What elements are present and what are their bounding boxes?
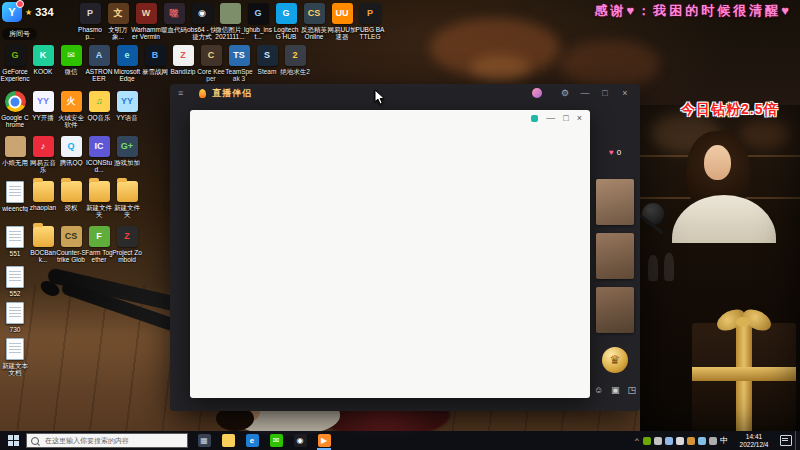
desktop-icon[interactable]: G Logitech G HUB — [272, 3, 300, 40]
panel-tool-icon[interactable]: ▣ — [611, 385, 620, 395]
desktop-icon[interactable]: 新建文本文档 — [1, 338, 29, 376]
desktop-icon[interactable]: 小娘无用 — [1, 136, 29, 173]
tray-icon[interactable] — [709, 437, 717, 445]
webcam-vignette — [640, 105, 800, 431]
desktop-icon[interactable]: G lghub_inst... — [244, 3, 272, 40]
taskbar-app-button[interactable]: ◉ — [290, 431, 310, 450]
tray-icon[interactable] — [687, 437, 695, 445]
desktop-icon[interactable]: Z Bandizip — [169, 45, 197, 82]
desktop-icon[interactable]: ♪ 网易云音乐 — [29, 136, 57, 173]
desktop-icon[interactable]: BOCBank... — [29, 226, 57, 263]
tray-icon[interactable] — [654, 437, 662, 445]
desktop-icon[interactable]: 730 — [1, 302, 29, 333]
desktop-icon-label: Logitech G HUB — [271, 26, 301, 40]
desktop-icon[interactable]: 552 — [1, 266, 29, 297]
taskbar-clock[interactable]: 14:41 2022/12/4 — [731, 433, 777, 448]
desktop-icon[interactable]: 微信图片_2021111... — [216, 3, 244, 40]
desktop-icon[interactable]: 授权 — [57, 181, 85, 218]
desktop-icon[interactable]: K KOOK — [29, 45, 57, 82]
desktop-icon[interactable]: e Microsoft Edge — [113, 45, 141, 82]
photo-thumbnail[interactable] — [596, 179, 634, 225]
streaming-companion-window: ≡ 直播伴侣 ⚙ — □ × — □ × ♥ 0 — [170, 84, 640, 411]
desktop-icon[interactable]: CS 反恐精英Online — [300, 3, 328, 40]
desktop-icon[interactable]: Google Chrome — [1, 91, 29, 128]
desktop-icon[interactable]: P Phasmop... — [76, 3, 104, 40]
desktop-icon[interactable]: 新建文件夹 — [85, 181, 113, 218]
close-button[interactable]: × — [618, 84, 632, 102]
desktop-icon[interactable]: S Steam — [253, 45, 281, 82]
desktop-icon[interactable]: G+ 游戏加加 — [113, 136, 141, 173]
photo-thumbnail[interactable] — [596, 287, 634, 333]
desktop-icon[interactable]: 551 — [1, 226, 29, 263]
desktop-icon-glyph: G — [254, 9, 261, 18]
desktop-icon[interactable]: 噬 噬血代码 — [160, 3, 188, 40]
desktop-icon[interactable]: ✉ 微信 — [57, 45, 85, 82]
show-desktop-button[interactable] — [795, 431, 800, 450]
app-title: 直播伴侣 — [212, 87, 252, 100]
desktop-icon[interactable]: A ASTRONEER — [85, 45, 113, 82]
desktop-icon[interactable]: W Warhammer Vermint... — [132, 3, 160, 40]
desktop-icon-label: 授权 — [56, 204, 86, 211]
start-button[interactable] — [0, 431, 26, 450]
panel-tool-icon[interactable]: ◳ — [628, 385, 637, 395]
maximize-button[interactable]: □ — [598, 84, 612, 102]
tray-icon[interactable] — [643, 437, 651, 445]
desktop-icon-image: ◉ — [192, 3, 213, 24]
dialog-maximize-button[interactable]: □ — [563, 114, 568, 123]
taskbar-app-button[interactable]: ▦ — [194, 431, 214, 450]
desktop-icon[interactable]: 文 文明万象... — [104, 3, 132, 40]
desktop-icon[interactable]: YY YY语音 — [113, 91, 141, 128]
desktop-icon[interactable]: zhaopian — [29, 181, 57, 218]
desktop-icon[interactable]: IC ICONStud... — [85, 136, 113, 173]
dialog-close-button[interactable]: × — [577, 114, 582, 123]
tray-icon[interactable] — [665, 437, 673, 445]
desktop-icon[interactable]: TS TeamSpeak 3 — [225, 45, 253, 82]
desktop-icon[interactable]: ♫ QQ音乐 — [85, 91, 113, 128]
clock-date: 2022/12/4 — [731, 441, 777, 449]
desktop-icon[interactable]: C Core Keeper — [197, 45, 225, 82]
taskbar-app-button[interactable]: ✉ — [266, 431, 286, 450]
taskbar-app-button[interactable]: e — [242, 431, 262, 450]
settings-icon[interactable]: ⚙ — [558, 84, 572, 102]
desktop-icon[interactable]: YY YY开播 — [29, 91, 57, 128]
tray-icon[interactable] — [676, 437, 684, 445]
desktop-icon[interactable]: CS Counter-Strike Global Off... — [57, 226, 85, 263]
desktop-icon[interactable]: B 暴雪战网 — [141, 45, 169, 82]
user-avatar[interactable] — [532, 88, 542, 98]
dialog-minimize-button[interactable]: — — [546, 114, 555, 123]
desktop-icon-image: IC — [89, 136, 110, 157]
desktop-icon-image: TS — [229, 45, 250, 66]
dialog-accent-dot[interactable] — [531, 115, 538, 122]
like-count: 0 — [617, 148, 621, 157]
taskbar-search[interactable] — [26, 433, 188, 448]
desktop-screen: P Phasmop... 文 文明万象... W Warhammer Vermi… — [0, 0, 800, 450]
desktop-icon[interactable]: 2 绝地求生2 — [281, 45, 309, 82]
minimize-button[interactable]: — — [578, 84, 592, 102]
desktop-icon[interactable]: G GeForce Experience — [1, 45, 29, 82]
taskbar-app-button[interactable] — [218, 431, 238, 450]
notification-center-button[interactable] — [777, 435, 795, 446]
taskbar-app-button[interactable]: ▶ — [314, 431, 334, 450]
input-method-indicator[interactable]: 中 — [717, 435, 731, 446]
window-menu-icon[interactable]: ≡ — [178, 84, 183, 102]
panel-tool-icon[interactable]: ☺ — [594, 385, 603, 395]
desktop-icon[interactable]: P PUBG BATTLEGR... — [356, 3, 384, 40]
desktop-icon[interactable]: F Farm Together — [85, 226, 113, 263]
desktop-icon-label: Counter-Strike Global Off... — [56, 249, 86, 263]
tray-icon[interactable] — [698, 437, 706, 445]
taskbar-app-glyph: ▦ — [200, 437, 208, 445]
desktop-icon[interactable]: 火 火绒安全软件 — [57, 91, 85, 128]
desktop-icon-label: 新建文件夹 — [84, 204, 114, 218]
desktop-icon[interactable]: UU 网易UU加速器 — [328, 3, 356, 40]
search-input[interactable] — [43, 436, 183, 445]
desktop-icon[interactable]: Z Project Zomboid — [113, 226, 141, 263]
desktop-icon[interactable]: wieencfg — [1, 181, 29, 218]
desktop-icon-image: B — [145, 45, 166, 66]
desktop-icon[interactable]: Q 腾讯QQ — [57, 136, 85, 173]
desktop-icon[interactable]: 新建文件夹 — [113, 181, 141, 218]
tray-expand-caret[interactable]: ^ — [631, 436, 643, 445]
desktop-icon-label: 730 — [0, 326, 30, 333]
desktop-icon[interactable]: ◉ obs64 - 快捷方式 — [188, 3, 216, 40]
desktop-icon-glyph: 文 — [114, 9, 123, 18]
photo-thumbnail[interactable] — [596, 233, 634, 279]
